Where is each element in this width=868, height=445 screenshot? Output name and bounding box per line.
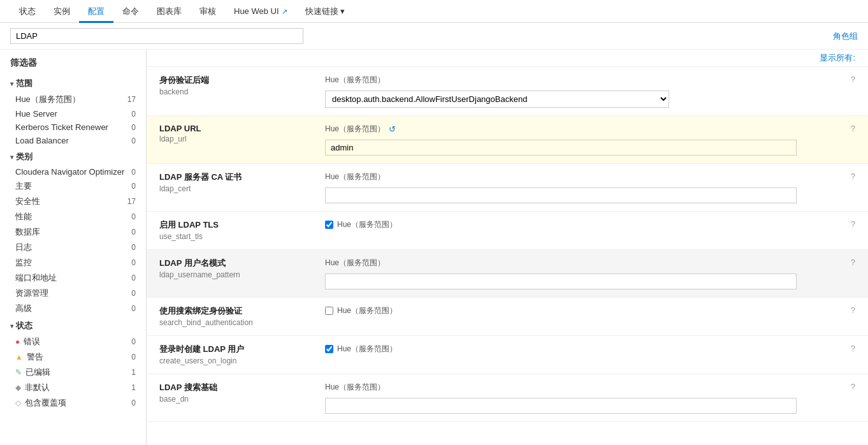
nav-status[interactable]: 状态 [10, 0, 45, 23]
sidebar-item-log[interactable]: 日志 0 [0, 240, 146, 255]
sidebar-title: 筛选器 [0, 57, 146, 74]
sidebar-item-error[interactable]: ● 错误 0 [0, 334, 146, 349]
auth-backend-label: 身份验证后端 [159, 75, 312, 86]
category-arrow-icon: ▾ [10, 154, 13, 161]
show-all-bar: 显示所有: [147, 50, 868, 67]
search-bind-sublabel: search_bind_authentication [159, 318, 312, 327]
ldap-url-refresh-icon[interactable]: ↺ [389, 124, 396, 134]
sidebar-item-security[interactable]: 安全性 17 [0, 194, 146, 209]
sidebar-section-scope[interactable]: ▾ 范围 [0, 74, 146, 92]
nav-chart[interactable]: 图表库 [148, 0, 191, 23]
ldap-url-sublabel: ldap_url [159, 135, 312, 143]
non-default-icon: ◆ [15, 383, 21, 392]
ldap-cert-sublabel: ldap_cert [159, 184, 312, 193]
create-users-help-icon[interactable]: ? [843, 344, 855, 353]
search-input[interactable] [10, 28, 303, 44]
username-pattern-input[interactable] [325, 274, 797, 289]
base-dn-sublabel: base_dn [159, 395, 312, 404]
config-row-base-dn: LDAP 搜索基础 base_dn Hue（服务范围） ? [147, 374, 868, 422]
scope-arrow-icon: ▾ [10, 80, 13, 87]
search-bar: 角色组 [0, 23, 868, 50]
sidebar-item-navigator[interactable]: Cloudera Navigator Optimizer 0 [0, 165, 146, 179]
sidebar-item-edited[interactable]: ✎ 已编辑 1 [0, 365, 146, 380]
sidebar-item-kerberos[interactable]: Kerberos Ticket Renewer 0 [0, 120, 146, 134]
ldap-cert-help-icon[interactable]: ? [843, 171, 855, 181]
edit-icon: ✎ [15, 368, 22, 377]
use-tls-scope: Hue（服务范围） [337, 219, 397, 230]
base-dn-label: LDAP 搜索基础 [159, 382, 312, 393]
sidebar-item-hue-server[interactable]: Hue Server 0 [0, 107, 146, 120]
sidebar-item-ports[interactable]: 端口和地址 0 [0, 270, 146, 286]
main-layout: 筛选器 ▾ 范围 Hue（服务范围） 17 Hue Server 0 Kerbe… [0, 50, 868, 445]
config-row-ldap-url: LDAP URL ldap_url Hue（服务范围） ↺ ? [147, 116, 868, 164]
auth-backend-help-icon[interactable]: ? [843, 75, 855, 84]
base-dn-scope: Hue（服务范围） [325, 382, 836, 393]
sidebar-item-load-balancer[interactable]: Load Balancer 0 [0, 134, 146, 147]
dropdown-arrow-icon: ▾ [340, 0, 345, 23]
sidebar-item-override[interactable]: ◇ 包含覆盖项 0 [0, 395, 146, 411]
sidebar-item-monitor[interactable]: 监控 0 [0, 255, 146, 270]
search-bind-help-icon[interactable]: ? [843, 305, 855, 315]
config-row-ldap-cert: LDAP 服务器 CA 证书 ldap_cert Hue（服务范围） ? [147, 164, 868, 212]
ldap-url-scope: Hue（服务范围） ↺ [325, 124, 836, 135]
use-tls-sublabel: use_start_tls [159, 232, 312, 241]
sidebar-item-advanced[interactable]: 高级 0 [0, 301, 146, 316]
ldap-cert-input[interactable] [325, 187, 797, 203]
sidebar-item-main[interactable]: 主要 0 [0, 179, 146, 194]
create-users-sublabel: create_users_on_login [159, 356, 312, 365]
create-users-checkbox[interactable] [325, 345, 333, 353]
top-nav: 状态 实例 配置 命令 图表库 审核 Hue Web UI ↗ 快速链接 ▾ [0, 0, 868, 23]
auth-backend-select[interactable]: desktop.auth.backend.AllowFirstUserDjang… [325, 91, 669, 108]
use-tls-label: 启用 LDAP TLS [159, 219, 312, 231]
search-bind-checkbox[interactable] [325, 307, 333, 315]
use-tls-checkbox[interactable] [325, 221, 333, 229]
config-row-username-pattern: LDAP 用户名模式 ldap_username_pattern Hue（服务范… [147, 250, 868, 298]
sidebar-item-performance[interactable]: 性能 0 [0, 209, 146, 224]
sidebar-item-warn[interactable]: ▲ 警告 0 [0, 349, 146, 365]
search-bind-scope: Hue（服务范围） [337, 305, 397, 316]
ldap-url-input[interactable] [325, 140, 797, 156]
config-row-create-users: 登录时创建 LDAP 用户 create_users_on_login Hue（… [147, 336, 868, 374]
ldap-url-help-icon[interactable]: ? [843, 124, 855, 133]
status-section-label: 状态 [16, 320, 33, 332]
status-arrow-icon: ▾ [10, 323, 13, 330]
base-dn-help-icon[interactable]: ? [843, 382, 855, 391]
ldap-cert-scope: Hue（服务范围） [325, 171, 836, 182]
username-pattern-label: LDAP 用户名模式 [159, 258, 312, 269]
external-link-icon: ↗ [282, 0, 287, 23]
auth-backend-scope: Hue（服务范围） [325, 75, 836, 85]
sidebar-section-category[interactable]: ▾ 类别 [0, 147, 146, 165]
warn-icon: ▲ [15, 353, 23, 361]
config-row-use-tls: 启用 LDAP TLS use_start_tls Hue（服务范围） ? [147, 212, 868, 250]
content-area: 显示所有: 身份验证后端 backend Hue（服务范围） desktop.a… [147, 50, 868, 445]
ldap-cert-label: LDAP 服务器 CA 证书 [159, 171, 312, 183]
nav-hue-web-ui[interactable]: Hue Web UI ↗ [225, 0, 296, 23]
base-dn-input[interactable] [325, 398, 797, 414]
use-tls-help-icon[interactable]: ? [843, 219, 855, 229]
search-bind-label: 使用搜索绑定身份验证 [159, 305, 312, 317]
nav-command[interactable]: 命令 [113, 0, 148, 23]
nav-audit[interactable]: 审核 [191, 0, 225, 23]
show-all-label: 显示所有: [820, 53, 855, 62]
username-pattern-help-icon[interactable]: ? [843, 258, 855, 267]
config-row-auth-backend: 身份验证后端 backend Hue（服务范围） desktop.auth.ba… [147, 67, 868, 116]
sidebar-item-database[interactable]: 数据库 0 [0, 224, 146, 240]
username-pattern-sublabel: ldap_username_pattern [159, 270, 312, 279]
override-icon: ◇ [15, 398, 21, 407]
sidebar-item-hue-service[interactable]: Hue（服务范围） 17 [0, 92, 146, 107]
nav-quick-links[interactable]: 快速链接 ▾ [296, 0, 354, 23]
nav-instance[interactable]: 实例 [45, 0, 79, 23]
sidebar-item-resource[interactable]: 资源管理 0 [0, 286, 146, 301]
auth-backend-sublabel: backend [159, 87, 312, 96]
sidebar-item-non-default[interactable]: ◆ 非默认 1 [0, 380, 146, 395]
sidebar-section-status[interactable]: ▾ 状态 [0, 316, 146, 334]
category-label: 类别 [16, 151, 33, 163]
username-pattern-scope: Hue（服务范围） [325, 258, 836, 268]
create-users-scope: Hue（服务范围） [337, 344, 397, 354]
error-icon: ● [15, 337, 20, 346]
role-group-link[interactable]: 角色组 [833, 31, 858, 42]
nav-config[interactable]: 配置 [79, 0, 113, 23]
ldap-url-label: LDAP URL [159, 124, 312, 133]
scope-label: 范围 [16, 78, 33, 89]
create-users-label: 登录时创建 LDAP 用户 [159, 344, 312, 355]
